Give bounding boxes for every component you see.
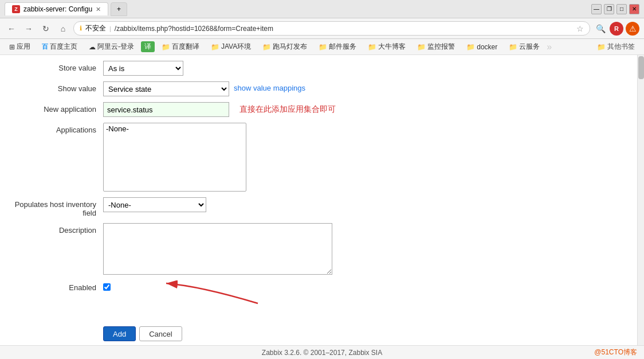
enabled-checkbox[interactable]	[103, 283, 111, 291]
browser-tab[interactable]: Z zabbix-server: Configu ✕	[5, 2, 108, 15]
bookmark-cloud-label: 云服务	[519, 42, 540, 52]
bookmark-baidu-label: 百度主页	[50, 42, 77, 52]
buttons-label	[11, 326, 103, 329]
show-value-mappings-link[interactable]: show value mappings	[234, 81, 305, 92]
buttons-row: Add Cancel	[11, 326, 633, 341]
add-button[interactable]: Add	[103, 326, 136, 341]
bookmark-blog[interactable]: 📁 大牛博客	[363, 41, 410, 53]
bookmark-baidu-translate[interactable]: 📁 百度翻译	[157, 41, 204, 53]
form-container: Store value As is Show value Service sta…	[0, 61, 644, 345]
annotation-text: 直接在此添加应用集合即可	[239, 102, 336, 115]
new-application-label: New application	[11, 102, 103, 114]
populates-select[interactable]: -None-	[103, 197, 206, 212]
new-tab-button[interactable]: +	[111, 2, 127, 16]
bookmark-other[interactable]: 📁 其他书签	[592, 41, 639, 53]
buttons-control: Add Cancel	[103, 326, 633, 341]
bookmark-java-label: JAVA环境	[221, 42, 251, 52]
bookmark-star-icon[interactable]: ☆	[576, 24, 584, 33]
search-icon[interactable]: 🔍	[594, 22, 607, 36]
minimize-button[interactable]: —	[591, 4, 602, 14]
aliyun-icon: ☁	[89, 43, 96, 51]
bookmark-baidu-translate-label: 百度翻译	[172, 42, 199, 52]
folder-icon-1: 📁	[162, 43, 170, 51]
tab-close-button[interactable]: ✕	[96, 6, 101, 13]
folder-icon-2: 📁	[211, 43, 219, 51]
description-textarea[interactable]	[103, 223, 332, 275]
footer-text: Zabbix 3.2.6. © 2001–2017, Zabbix SIA	[262, 349, 382, 357]
bookmark-mail[interactable]: 📁 邮件服务	[314, 41, 361, 53]
bookmarks-overflow[interactable]: »	[547, 42, 552, 52]
apps-grid-icon: ⊞	[9, 43, 15, 51]
bookmark-apps-label: 应用	[17, 42, 30, 52]
profile-icon[interactable]: R	[610, 22, 623, 36]
bookmark-aliyun-label: 阿里云-登录	[97, 42, 134, 52]
bookmark-translate-btn[interactable]: 译	[141, 41, 155, 52]
enabled-row: Enabled	[11, 280, 633, 292]
enabled-label: Enabled	[11, 280, 103, 292]
folder-icon-7: 📁	[466, 43, 475, 51]
description-control	[103, 223, 633, 275]
new-application-control: 直接在此添加应用集合即可	[103, 102, 633, 117]
applications-listbox[interactable]: -None-	[103, 123, 246, 192]
tab-title: zabbix-server: Configu	[23, 5, 92, 13]
populates-control: -None-	[103, 197, 633, 212]
watermark: @51CTO博客	[594, 348, 637, 357]
bookmark-mail-label: 邮件服务	[329, 42, 356, 52]
bookmark-monitor-label: 监控报警	[427, 42, 455, 52]
back-button[interactable]: ←	[5, 22, 18, 36]
browser-toolbar: ← → ↻ ⌂ ℹ 不安全 | /zabbix/items.php?hostid…	[0, 18, 644, 39]
folder-icon-5: 📁	[368, 43, 376, 51]
show-value-select[interactable]: Service state	[103, 81, 229, 96]
new-application-row: New application 直接在此添加应用集合即可	[11, 102, 633, 117]
applications-control: -None-	[103, 123, 633, 192]
folder-icon-8: 📁	[509, 43, 517, 51]
store-value-row: Store value As is	[11, 61, 633, 76]
applications-label: Applications	[11, 123, 103, 134]
notification-icon[interactable]: ⚠	[626, 22, 639, 36]
description-row: Description	[11, 223, 633, 275]
store-value-label: Store value	[11, 61, 103, 72]
scrollbar[interactable]	[637, 55, 644, 345]
bookmarks-bar: ⊞ 应用 百 百度主页 ☁ 阿里云-登录 译 📁 百度翻译 📁 JAVA环境 📁…	[0, 39, 644, 55]
forward-button[interactable]: →	[22, 22, 36, 36]
address-separator: |	[109, 25, 111, 32]
bookmark-java[interactable]: 📁 JAVA环境	[206, 41, 256, 53]
scrollbar-thumb	[638, 56, 644, 79]
applications-none-option: -None-	[104, 123, 246, 134]
page-footer: Zabbix 3.2.6. © 2001–2017, Zabbix SIA @5…	[0, 345, 644, 359]
restore-button[interactable]: ❐	[604, 4, 614, 14]
description-label: Description	[11, 223, 103, 235]
reload-button[interactable]: ↻	[39, 22, 53, 36]
populates-row: Populates host inventory field -None-	[11, 197, 633, 217]
close-button[interactable]: ✕	[629, 4, 639, 14]
address-bar[interactable]: ℹ 不安全 | /zabbix/items.php?hostid=10268&f…	[73, 21, 590, 36]
bookmark-docker-label: docker	[477, 43, 497, 51]
baidu-icon: 百	[42, 42, 48, 51]
title-bar: Z zabbix-server: Configu ✕ + — ❐ □ ✕	[0, 0, 644, 18]
window-controls: — ❐ □ ✕	[591, 4, 639, 14]
folder-icon-6: 📁	[417, 43, 426, 51]
bookmark-baidu[interactable]: 百 百度主页	[37, 41, 82, 53]
page-content: Store value As is Show value Service sta…	[0, 55, 644, 345]
toolbar-icons: 🔍 R ⚠	[594, 22, 639, 36]
bookmark-cloud[interactable]: 📁 云服务	[504, 41, 544, 53]
address-text: /zabbix/items.php?hostid=10268&form=Crea…	[115, 25, 573, 33]
store-value-control: As is	[103, 61, 633, 76]
applications-row: Applications -None-	[11, 123, 633, 192]
store-value-select[interactable]: As is	[103, 61, 183, 76]
bookmark-docker[interactable]: 📁 docker	[462, 42, 502, 52]
cancel-button[interactable]: Cancel	[139, 326, 182, 341]
bookmark-marquee-label: 跑马灯发布	[273, 42, 307, 52]
bookmark-marquee[interactable]: 📁 跑马灯发布	[258, 41, 312, 53]
bookmark-blog-label: 大牛博客	[378, 42, 406, 52]
home-button[interactable]: ⌂	[56, 22, 70, 36]
show-value-row: Show value Service state show value mapp…	[11, 81, 633, 96]
bookmark-apps[interactable]: ⊞ 应用	[5, 41, 35, 53]
bookmark-aliyun[interactable]: ☁ 阿里云-登录	[84, 41, 139, 53]
new-application-input[interactable]	[103, 102, 229, 117]
folder-icon-4: 📁	[319, 43, 327, 51]
tab-favicon: Z	[12, 5, 20, 13]
bookmark-monitor[interactable]: 📁 监控报警	[413, 41, 460, 53]
maximize-button[interactable]: □	[616, 4, 627, 14]
folder-icon-other: 📁	[597, 43, 606, 51]
